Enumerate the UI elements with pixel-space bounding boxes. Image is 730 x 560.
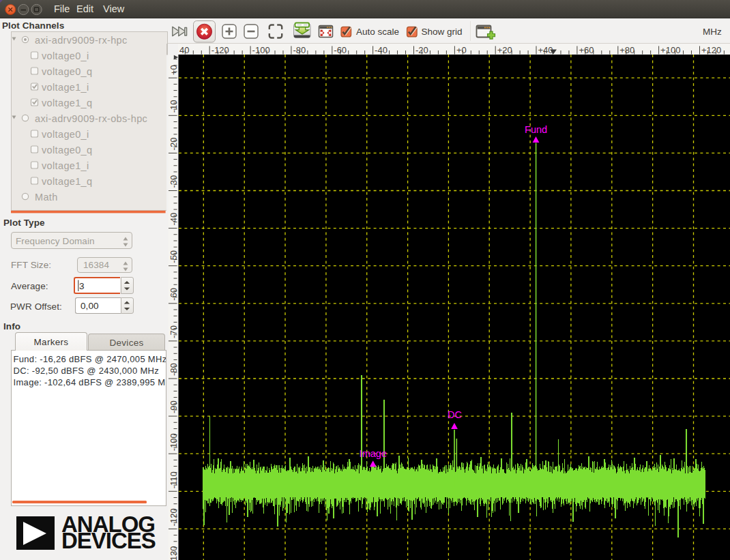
svg-text:-20: -20 — [169, 138, 179, 151]
svg-text:-80: -80 — [293, 45, 306, 55]
svg-text:-40: -40 — [169, 213, 179, 226]
svg-text:-70: -70 — [169, 325, 179, 338]
svg-text:+60: +60 — [579, 45, 594, 55]
svg-text:+100: +100 — [660, 45, 680, 55]
svg-text:+80: +80 — [619, 45, 634, 55]
svg-text:MHz: MHz — [703, 27, 722, 37]
svg-text:Auto scale: Auto scale — [356, 27, 399, 37]
svg-text:-50: -50 — [169, 250, 179, 263]
svg-text:DC: DC — [448, 409, 462, 420]
svg-text:-110: -110 — [169, 471, 179, 488]
svg-text:Image: Image — [360, 448, 387, 459]
svg-text:+120: +120 — [701, 45, 721, 55]
svg-text:-60: -60 — [169, 288, 179, 301]
svg-text:-120: -120 — [169, 508, 179, 526]
svg-text:+20: +20 — [497, 45, 512, 55]
svg-text:Fund: Fund — [525, 124, 547, 135]
svg-text:-100: -100 — [169, 433, 179, 451]
svg-text:-120: -120 — [211, 45, 229, 55]
svg-text:-60: -60 — [334, 45, 347, 55]
svg-text:-40: -40 — [375, 45, 388, 55]
svg-text:-90: -90 — [169, 400, 179, 413]
svg-text:+0: +0 — [169, 65, 179, 75]
svg-text:+0: +0 — [456, 45, 467, 55]
svg-text:-80: -80 — [169, 363, 179, 376]
svg-text:-30: -30 — [169, 175, 179, 188]
svg-text:-130: -130 — [169, 546, 179, 560]
svg-text:-10: -10 — [169, 100, 179, 113]
svg-text:40: 40 — [179, 45, 189, 55]
svg-text:-100: -100 — [252, 45, 270, 55]
svg-text:Show grid: Show grid — [422, 27, 463, 37]
svg-text:-20: -20 — [415, 45, 428, 55]
